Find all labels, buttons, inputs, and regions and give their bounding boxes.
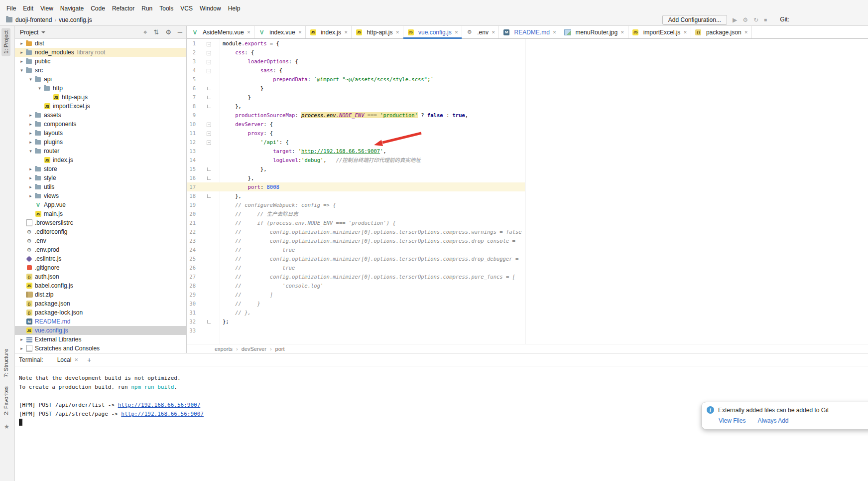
menu-item-code[interactable]: Code bbox=[87, 5, 109, 12]
breadcrumb-item-devserver[interactable]: devServer bbox=[242, 346, 266, 352]
breadcrumb-item-port[interactable]: port bbox=[275, 346, 285, 352]
code-line-15[interactable]: 15 }, bbox=[187, 164, 868, 173]
chevron-closed-icon[interactable]: ▸ bbox=[27, 175, 34, 180]
close-icon[interactable]: ✕ bbox=[344, 30, 348, 35]
code-line-14[interactable]: 14 logLevel:'debug', //控制台终端打印代理前的真实地址 bbox=[187, 156, 868, 164]
tab-importexcel-js[interactable]: importExcel.js✕ bbox=[628, 26, 691, 38]
chevron-closed-icon[interactable]: ▸ bbox=[18, 41, 25, 46]
stop-icon[interactable]: ■ bbox=[764, 17, 767, 22]
fold-marker-icon[interactable]: − bbox=[196, 39, 213, 48]
chevron-open-icon[interactable]: ▾ bbox=[27, 149, 34, 154]
code-line-13[interactable]: 13 target: 'http://192.168.66.56:9007', bbox=[187, 147, 868, 156]
tree-item-scratches-and-consoles[interactable]: ▸Scratches and Consoles bbox=[15, 344, 186, 353]
view-files-link[interactable]: View Files bbox=[719, 417, 745, 424]
code-line-12[interactable]: 12− '/api': { bbox=[187, 138, 868, 147]
code-line-17[interactable]: 17 port: 8008 bbox=[187, 182, 868, 191]
menu-item-tools[interactable]: Tools bbox=[156, 5, 177, 12]
fold-collapse-icon[interactable]: − bbox=[207, 42, 211, 46]
tree-item-dist[interactable]: ▸dist bbox=[15, 39, 186, 48]
tree-item-importexcel-js[interactable]: importExcel.js bbox=[15, 102, 186, 111]
tree-item-store[interactable]: ▸store bbox=[15, 164, 186, 173]
menu-item-vcs[interactable]: VCS bbox=[177, 5, 196, 12]
code-line-6[interactable]: 6 } bbox=[187, 84, 868, 93]
code-line-25[interactable]: 25 // config.optimization.minimizer[0].o… bbox=[187, 254, 868, 263]
breadcrumb-item-duoji-frontend[interactable]: duoji-frontend bbox=[15, 16, 52, 23]
tree-item-components[interactable]: ▸components bbox=[15, 120, 186, 129]
fold-collapse-icon[interactable]: − bbox=[207, 69, 211, 73]
tree-item-src[interactable]: ▾src bbox=[15, 66, 186, 75]
url-hyperlink[interactable]: http://192.168.66.56:9007 bbox=[301, 148, 380, 154]
project-panel-title[interactable]: Project bbox=[20, 29, 38, 36]
code-line-10[interactable]: 10− devServer: { bbox=[187, 120, 868, 129]
tree-item-router[interactable]: ▾router bbox=[15, 147, 186, 156]
code-line-18[interactable]: 18 }, bbox=[187, 191, 868, 200]
chevron-closed-icon[interactable]: ▸ bbox=[27, 193, 34, 198]
fold-marker-icon[interactable] bbox=[196, 164, 213, 173]
code-line-28[interactable]: 28 // 'console.log' bbox=[187, 281, 868, 290]
new-terminal-icon[interactable]: + bbox=[87, 356, 91, 364]
fold-marker-icon[interactable] bbox=[196, 84, 213, 93]
code-line-26[interactable]: 26 // true bbox=[187, 263, 868, 272]
fold-marker-icon[interactable]: − bbox=[196, 129, 213, 138]
tree-item-gitignore[interactable]: .gitignore bbox=[15, 263, 186, 272]
tree-item-utils[interactable]: ▸utils bbox=[15, 182, 186, 191]
code-line-5[interactable]: 5 prependData: `@import "~@/assets/scss/… bbox=[187, 75, 868, 84]
tree-item-env[interactable]: .env bbox=[15, 236, 186, 245]
menu-item-refactor[interactable]: Refactor bbox=[109, 5, 138, 12]
chevron-open-icon[interactable]: ▾ bbox=[18, 68, 25, 73]
add-configuration-button[interactable]: Add Configuration... bbox=[662, 15, 727, 25]
tree-item-api[interactable]: ▾api bbox=[15, 75, 186, 84]
code-line-32[interactable]: 32}; bbox=[187, 317, 868, 326]
tree-item-env-prod[interactable]: .env.prod bbox=[15, 245, 186, 254]
tab-menurouter-jpg[interactable]: menuRouter.jpg✕ bbox=[560, 26, 628, 38]
debug-icon[interactable]: ⚙ bbox=[743, 17, 748, 23]
tree-item-eslintrc-js[interactable]: .eslintrc.js bbox=[15, 254, 186, 263]
code-line-4[interactable]: 4− sass: { bbox=[187, 66, 868, 75]
code-line-30[interactable]: 30 // } bbox=[187, 299, 868, 308]
tree-item-vue-config-js[interactable]: vue.config.js bbox=[15, 326, 186, 335]
chevron-closed-icon[interactable]: ▸ bbox=[27, 166, 34, 171]
chevron-closed-icon[interactable]: ▸ bbox=[18, 337, 25, 342]
menu-item-file[interactable]: File bbox=[3, 5, 19, 12]
code-line-22[interactable]: 22 // config.optimization.minimizer[0].o… bbox=[187, 227, 868, 236]
fold-collapse-icon[interactable]: − bbox=[207, 51, 211, 55]
close-icon[interactable]: ✕ bbox=[298, 30, 302, 35]
fold-collapse-icon[interactable]: − bbox=[207, 141, 211, 145]
code-line-9[interactable]: 9 productionSourceMap: process.env.NODE_… bbox=[187, 111, 868, 120]
menu-item-run[interactable]: Run bbox=[138, 5, 156, 12]
tab-index-vue[interactable]: index.vue✕ bbox=[254, 26, 306, 38]
terminal-link[interactable]: http://192.168.66.56:9007 bbox=[118, 402, 201, 408]
menu-item-view[interactable]: View bbox=[37, 5, 57, 12]
code-editor[interactable]: 1−module.exports = {2− css: {3− loaderOp… bbox=[187, 39, 868, 344]
code-line-29[interactable]: 29 // ] bbox=[187, 290, 868, 299]
close-icon[interactable]: ✕ bbox=[683, 30, 687, 35]
tree-item-external-libraries[interactable]: ▸External Libraries bbox=[15, 335, 186, 344]
chevron-closed-icon[interactable]: ▸ bbox=[27, 184, 34, 189]
tool-stripe-favorites[interactable]: 2: Favorites bbox=[1, 384, 10, 417]
chevron-closed-icon[interactable]: ▸ bbox=[27, 140, 34, 145]
collapse-all-icon[interactable]: ⇅ bbox=[153, 29, 159, 35]
tree-item-babel-config-js[interactable]: babel.config.js bbox=[15, 281, 186, 290]
close-icon[interactable]: ✕ bbox=[492, 30, 496, 35]
tree-item-main-js[interactable]: main.js bbox=[15, 209, 186, 218]
fold-marker-icon[interactable]: − bbox=[196, 138, 213, 147]
code-line-1[interactable]: 1−module.exports = { bbox=[187, 39, 868, 48]
fold-collapse-icon[interactable]: − bbox=[207, 60, 211, 64]
fold-marker-icon[interactable] bbox=[196, 93, 213, 102]
chevron-closed-icon[interactable]: ▸ bbox=[27, 122, 34, 127]
close-icon[interactable]: ✕ bbox=[620, 30, 624, 35]
menu-item-window[interactable]: Window bbox=[196, 5, 225, 12]
tree-item-assets[interactable]: ▸assets bbox=[15, 111, 186, 120]
close-icon[interactable]: ✕ bbox=[395, 30, 399, 35]
terminal-link[interactable]: http://192.168.66.56:9007 bbox=[121, 411, 204, 417]
fold-marker-icon[interactable] bbox=[196, 173, 213, 182]
chevron-closed-icon[interactable]: ▸ bbox=[27, 131, 34, 136]
close-icon[interactable]: ✕ bbox=[553, 30, 557, 35]
code-line-31[interactable]: 31 // }, bbox=[187, 308, 868, 317]
hide-panel-icon[interactable]: ─ bbox=[178, 29, 182, 35]
tree-item-layouts[interactable]: ▸layouts bbox=[15, 129, 186, 138]
tree-item-node-modules[interactable]: ▸node_moduleslibrary root bbox=[15, 48, 186, 57]
tab-package-json[interactable]: package.json✕ bbox=[691, 26, 752, 38]
fold-marker-icon[interactable]: − bbox=[196, 57, 213, 66]
tree-item-package-json[interactable]: package.json bbox=[15, 299, 186, 308]
